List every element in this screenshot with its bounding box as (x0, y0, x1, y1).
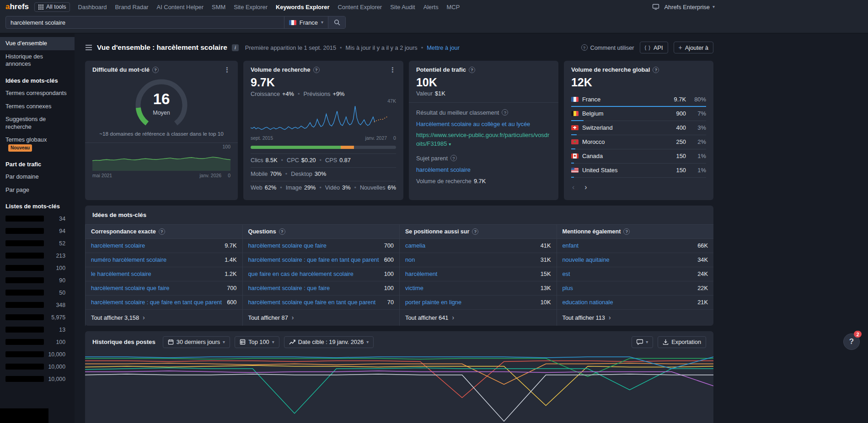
sidebar-item-by-page[interactable]: Par page (0, 184, 75, 197)
question-circle-icon[interactable]: ? (623, 228, 630, 235)
keyword-list-item[interactable]: 13 (0, 323, 75, 336)
sidebar-item-overview[interactable]: Vue d'ensemble (0, 37, 75, 50)
parent-topic-link[interactable]: harcèlement scolaire (416, 166, 551, 174)
keyword-list-item[interactable]: 10,000 (0, 373, 75, 385)
keyword-link[interactable]: camelia (405, 242, 536, 249)
nav-item[interactable]: Site Explorer (230, 4, 272, 11)
keyword-list-item[interactable]: 5,975 (0, 311, 75, 323)
keyword-list-item[interactable]: 10,000 (0, 348, 75, 360)
nav-item[interactable]: Keywords Explorer (272, 4, 334, 11)
keyword-link[interactable]: education nationale (563, 299, 693, 306)
help-button[interactable]: ? 2 (843, 333, 860, 350)
keyword-link[interactable]: numéro harcèlement scolaire (91, 256, 220, 263)
comments-button[interactable]: ▾ (632, 336, 653, 348)
keyword-link[interactable]: plus (563, 285, 693, 291)
update-link[interactable]: Mettre à jour (427, 44, 460, 51)
keyword-link[interactable]: le harcèlement scolaire (91, 270, 220, 277)
question-circle-icon[interactable]: ? (472, 228, 478, 235)
search-button[interactable] (328, 16, 345, 28)
country-row[interactable]: Canada 150 1% (571, 149, 706, 164)
keyword-list-item[interactable]: 50 (0, 286, 75, 299)
how-to-use-link[interactable]: ?Comment utiliser (581, 44, 634, 51)
nav-item[interactable]: AI Content Helper (153, 4, 208, 11)
show-all-link[interactable]: Tout afficher 3,158 › (86, 310, 242, 326)
search-input[interactable] (6, 16, 284, 28)
nav-item[interactable]: Dashboard (74, 4, 111, 11)
nav-item[interactable]: Site Audit (386, 4, 419, 11)
kebab-menu-icon[interactable]: ⋮ (389, 66, 396, 73)
country-selector[interactable]: France ▾ (284, 16, 328, 28)
country-row[interactable]: Belgium 900 7% (571, 107, 706, 121)
question-circle-icon[interactable]: ? (313, 67, 320, 73)
show-all-link[interactable]: Tout afficher 641 › (400, 310, 557, 326)
country-row[interactable]: Morocco 250 2% (571, 135, 706, 149)
sidebar-item-ads-history[interactable]: Historique des annonces (0, 50, 75, 71)
keyword-link[interactable]: harcèlement scolaire que faire en tant q… (248, 299, 383, 306)
export-button[interactable]: Exportation (658, 336, 706, 348)
country-row[interactable]: United States 150 1% (571, 164, 706, 178)
sidebar-item-matching-terms[interactable]: Termes correspondants (0, 87, 75, 100)
keyword-link[interactable]: harcèlement (405, 270, 536, 277)
keyword-link[interactable]: non (405, 256, 536, 263)
sidebar-item-search-suggestions[interactable]: Suggestions de recherche (0, 113, 75, 133)
nav-item[interactable]: MCP (443, 4, 464, 11)
question-circle-icon[interactable]: ? (152, 67, 159, 73)
keyword-list-item[interactable]: 34 (0, 212, 75, 225)
api-button[interactable]: { }API (640, 42, 668, 53)
sidebar-toggle-icon[interactable] (85, 45, 92, 50)
country-volume: 250 (676, 138, 686, 145)
keyword-link[interactable]: est (563, 270, 693, 277)
keyword-list-item[interactable]: 100 (0, 336, 75, 348)
question-circle-icon[interactable]: ? (653, 67, 659, 73)
best-ranking-result-link[interactable]: Harcèlement scolaire au collège et au ly… (416, 120, 551, 128)
date-range-dropdown[interactable]: 30 derniers jours▾ (163, 336, 230, 348)
target-date-dropdown[interactable]: Date cible : 19 janv. 2026▾ (284, 336, 374, 348)
best-ranking-url-link[interactable]: https://www.service-public.gouv.fr/parti… (416, 131, 551, 148)
keyword-list-item[interactable]: 100 (0, 262, 75, 274)
keyword-link[interactable]: harcèlement scolaire : que faire en tant… (91, 299, 222, 306)
nav-item[interactable]: Content Explorer (333, 4, 386, 11)
sidebar-item-by-domain[interactable]: Par domaine (0, 170, 75, 184)
nav-item[interactable]: SMM (208, 4, 230, 11)
question-circle-icon[interactable]: ? (469, 67, 475, 73)
keyword-list-item[interactable]: 94 (0, 225, 75, 237)
keyword-list-item[interactable]: 52 (0, 237, 75, 249)
keyword-link[interactable]: enfant (563, 242, 693, 249)
question-circle-icon[interactable]: ? (279, 228, 285, 235)
keyword-link[interactable]: harcèlement scolaire : que faire en tant… (248, 256, 380, 263)
top-positions-dropdown[interactable]: Top 100▾ (235, 336, 279, 348)
nav-item[interactable]: Alerts (419, 4, 443, 11)
position-history-chart[interactable] (85, 353, 713, 423)
ahrefs-logo[interactable]: ahrefs (5, 2, 29, 11)
keyword-link[interactable]: nouvelle aquitaine (563, 256, 693, 263)
keyword-link[interactable]: harcèlement scolaire que faire (91, 285, 222, 291)
country-row[interactable]: Switzerland 400 3% (571, 121, 706, 135)
question-circle-icon[interactable]: ? (502, 109, 508, 116)
all-tools-button[interactable]: All tools (34, 2, 70, 12)
next-page-icon[interactable]: › (584, 183, 587, 191)
account-menu[interactable]: Ahrefs Enterprise▾ (664, 4, 715, 11)
sidebar-item-related-terms[interactable]: Termes connexes (0, 100, 75, 113)
keyword-list-item[interactable]: 10,000 (0, 360, 75, 373)
nav-item[interactable]: Brand Radar (111, 4, 153, 11)
keyword-link[interactable]: porter plainte en ligne (405, 299, 536, 306)
keyword-list-item[interactable]: 90 (0, 274, 75, 286)
display-mode-icon[interactable] (652, 4, 659, 10)
keyword-link[interactable]: harcèlement scolaire : que faire (248, 285, 380, 291)
keyword-list-item[interactable]: 348 (0, 299, 75, 311)
info-icon[interactable]: i (232, 44, 239, 51)
country-row[interactable]: France 9.7K 80% (571, 93, 706, 107)
show-all-link[interactable]: Tout afficher 87 › (243, 310, 400, 326)
question-circle-icon[interactable]: ? (159, 228, 165, 235)
show-all-link[interactable]: Tout afficher 113 › (557, 310, 714, 326)
kebab-menu-icon[interactable]: ⋮ (224, 66, 230, 73)
keyword-list-item[interactable]: 213 (0, 249, 75, 262)
sidebar-item-global-terms[interactable]: Termes globauxNouveau (0, 133, 75, 154)
keyword-link[interactable]: victime (405, 285, 536, 291)
keyword-link[interactable]: harcèlement scolaire (91, 242, 220, 249)
keyword-link[interactable]: harcèlement scolaire que faire (248, 242, 380, 249)
question-circle-icon[interactable]: ? (450, 155, 457, 161)
keyword-link[interactable]: que faire en cas de harcèlement scolaire (248, 270, 380, 277)
add-to-button[interactable]: +Ajouter à (674, 42, 713, 53)
prev-page-icon[interactable]: ‹ (572, 183, 574, 191)
